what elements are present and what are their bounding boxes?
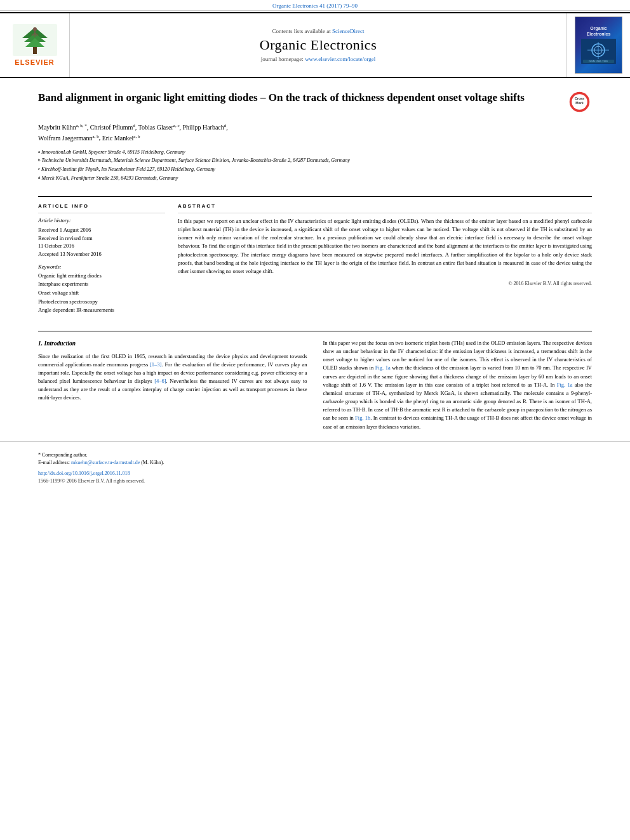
author-2: Christof Pflummd xyxy=(90,124,135,131)
abstract-col: ABSTRACT In this paper we report on an u… xyxy=(178,203,592,315)
fig-1b-ref[interactable]: Fig. 1b xyxy=(355,415,370,421)
authors-line: Maybritt Kühna, b, *, Christof Pflummd, … xyxy=(38,123,592,143)
crossmark-icon: Cross Mark xyxy=(568,91,591,113)
svg-text:Cross: Cross xyxy=(575,97,584,100)
elsevier-brand-name: ELSEVIER xyxy=(15,58,54,66)
affil-a: a InnovationLab GmbH, Speyerer Straße 4,… xyxy=(38,149,592,157)
article-info-col: ARTICLE INFO Article history: Received 1… xyxy=(38,203,165,315)
copyright-line: © 2016 Elsevier B.V. All rights reserved… xyxy=(178,281,592,286)
elsevier-logo-area: ELSEVIER xyxy=(0,13,70,77)
journal-header: ELSEVIER Contents lists available at Sci… xyxy=(0,12,630,78)
intro-para-1: Since the realization of the first OLED … xyxy=(38,352,307,403)
author-5: Wolfram Jaegermanna, b xyxy=(38,135,99,142)
ref-4-6[interactable]: [4–6] xyxy=(154,378,166,384)
author-6: Eric Mankela, b xyxy=(102,135,140,142)
email-note: E-mail address: mkuehn@surface.tu-darmst… xyxy=(38,459,592,467)
body-right-col: In this paper we put the focus on two is… xyxy=(323,339,593,435)
affil-c: c Kirchhoff-Institut für Physik, Im Neue… xyxy=(38,166,592,174)
svg-point-5 xyxy=(33,27,37,31)
sciencedirect-line: Contents lists available at ScienceDirec… xyxy=(272,28,365,34)
body-two-col: 1. Introduction Since the realization of… xyxy=(38,339,592,435)
email-link[interactable]: mkuehn@surface.tu-darmstadt.de xyxy=(71,460,141,465)
affiliations: a InnovationLab GmbH, Speyerer Straße 4,… xyxy=(38,149,592,183)
doi-link[interactable]: http://dx.doi.org/10.1016/j.orgel.2016.1… xyxy=(38,470,130,476)
intro-para-right: In this paper we put the focus on two is… xyxy=(323,339,593,431)
section-divider xyxy=(38,196,592,197)
journal-title-area: Contents lists available at ScienceDirec… xyxy=(70,13,566,77)
journal-cover-image: OrganicElectronics ISSN 1566-1199 xyxy=(575,17,622,74)
journal-cover-area: OrganicElectronics ISSN 1566-1199 xyxy=(566,13,630,77)
svg-text:ISSN 1566-1199: ISSN 1566-1199 xyxy=(589,60,608,63)
footer-section: * Corresponding author. E-mail address: … xyxy=(0,441,630,489)
abstract-divider xyxy=(178,213,592,213)
cover-journal-title: OrganicElectronics xyxy=(587,26,611,37)
body-left-col: 1. Introduction Since the realization of… xyxy=(38,339,307,435)
elsevier-tree-icon xyxy=(13,24,57,56)
fig-1a-ref[interactable]: Fig. 1a xyxy=(375,364,391,371)
affil-b: b Technische Universität Darmstadt, Mate… xyxy=(38,157,592,165)
homepage-link[interactable]: www.elsevier.com/locate/orgel xyxy=(305,56,375,62)
affil-d: d Merck KGaA, Frankfurter Straße 250, 64… xyxy=(38,175,592,183)
history-label: Article history: xyxy=(38,217,165,223)
info-divider xyxy=(38,213,165,213)
history-content: Received 1 August 2016 Received in revis… xyxy=(38,226,165,258)
crossmark-area: Cross Mark xyxy=(566,91,592,116)
issn-line: 1566-1199/© 2016 Elsevier B.V. All right… xyxy=(38,478,592,484)
author-3: Tobias Glasera, c xyxy=(138,124,180,131)
elsevier-logo: ELSEVIER xyxy=(13,24,57,66)
ref-1-3[interactable]: [1–3] xyxy=(150,361,161,368)
article-title: Band alignment in organic light emitting… xyxy=(38,91,566,105)
body-section: 1. Introduction Since the realization of… xyxy=(0,315,630,435)
author-4: Philipp Harbachd xyxy=(183,124,227,131)
journal-volume-bar: Organic Electronics 41 (2017) 79–90 xyxy=(0,0,630,11)
keywords-label: Keywords: xyxy=(38,263,165,270)
cover-graphic-icon: ISSN 1566-1199 xyxy=(581,39,616,64)
journal-homepage: journal homepage: www.elsevier.com/locat… xyxy=(261,56,376,62)
article-info-label: ARTICLE INFO xyxy=(38,203,165,209)
corresponding-author-note: * Corresponding author. xyxy=(38,451,592,459)
fig-1a-ref-2[interactable]: Fig. 1a xyxy=(557,382,573,388)
journal-volume-text: Organic Electronics 41 (2017) 79–90 xyxy=(272,3,358,9)
body-divider xyxy=(38,331,592,331)
svg-text:Mark: Mark xyxy=(575,101,583,105)
intro-heading: 1. Introduction xyxy=(38,339,307,349)
title-row: Band alignment in organic light emitting… xyxy=(38,91,592,116)
abstract-label: ABSTRACT xyxy=(178,203,592,209)
svg-rect-1 xyxy=(33,46,37,54)
abstract-text: In this paper we report on an unclear ef… xyxy=(178,217,592,276)
sciencedirect-link[interactable]: ScienceDirect xyxy=(332,28,364,34)
info-abstract-section: ARTICLE INFO Article history: Received 1… xyxy=(0,203,630,315)
article-title-section: Band alignment in organic light emitting… xyxy=(0,78,630,190)
keywords-content: Organic light emitting diodes Interphase… xyxy=(38,272,165,315)
journal-title: Organic Electronics xyxy=(260,37,377,53)
author-1: Maybritt Kühna, b, * xyxy=(38,124,87,131)
